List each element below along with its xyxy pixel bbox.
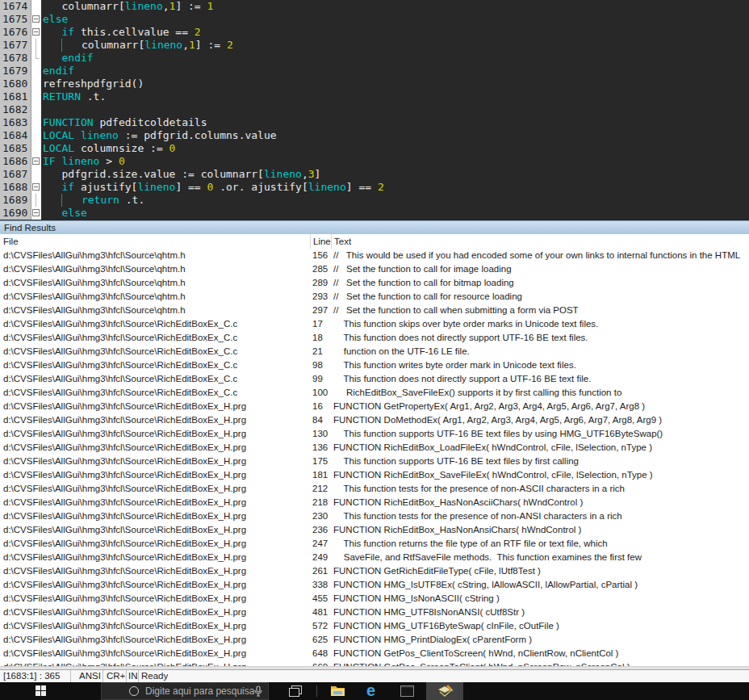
- result-line-number: 230: [310, 509, 331, 523]
- find-result-row[interactable]: d:\CVSFiles\AllGui\hmg3\hfcl\Source\Rich…: [0, 660, 749, 666]
- find-result-row[interactable]: d:\CVSFiles\AllGui\hmg3\hfcl\Source\Rich…: [0, 441, 749, 455]
- code-text: LOCAL columnsize := 0: [41, 142, 175, 155]
- result-file-path: d:\CVSFiles\AllGui\hmg3\hfcl\Source\qhtm…: [0, 249, 310, 262]
- result-file-path: d:\CVSFiles\AllGui\hmg3\hfcl\Source\Rich…: [0, 331, 310, 345]
- find-result-row[interactable]: d:\CVSFiles\AllGui\hmg3\hfcl\Source\Rich…: [0, 509, 749, 523]
- result-text: This function does not directly support …: [331, 331, 749, 345]
- find-result-row[interactable]: d:\CVSFiles\AllGui\hmg3\hfcl\Source\Rich…: [0, 455, 749, 468]
- find-result-row[interactable]: d:\CVSFiles\AllGui\hmg3\hfcl\Source\Rich…: [0, 592, 749, 606]
- find-result-row[interactable]: d:\CVSFiles\AllGui\hmg3\hfcl\Source\Rich…: [0, 551, 749, 564]
- find-result-row[interactable]: d:\CVSFiles\AllGui\hmg3\hfcl\Source\Rich…: [0, 358, 749, 372]
- editor-line[interactable]: 1688 if ajustify[lineno] == 0 .or. ajust…: [0, 181, 749, 194]
- editor-line[interactable]: 1674 columnarr[lineno,1] := 1: [0, 0, 749, 13]
- find-result-row[interactable]: d:\CVSFiles\AllGui\hmg3\hfcl\Source\Rich…: [0, 317, 749, 331]
- result-line-number: 625: [310, 633, 331, 647]
- microphone-icon[interactable]: [254, 685, 262, 697]
- find-result-row[interactable]: d:\CVSFiles\AllGui\hmg3\hfcl\Source\Rich…: [0, 564, 749, 578]
- fold-toggle-icon[interactable]: [32, 157, 40, 165]
- fold-toggle-icon[interactable]: [32, 209, 40, 216]
- find-result-row[interactable]: d:\CVSFiles\AllGui\hmg3\hfcl\Source\Rich…: [0, 331, 749, 345]
- code-text: return .t.: [41, 194, 144, 207]
- result-line-number: 261: [310, 564, 331, 578]
- find-result-row[interactable]: d:\CVSFiles\AllGui\hmg3\hfcl\Source\Rich…: [0, 606, 749, 619]
- find-result-row[interactable]: d:\CVSFiles\AllGui\hmg3\hfcl\Source\qhtm…: [0, 262, 749, 276]
- edge-browser-icon[interactable]: e: [366, 681, 375, 699]
- find-result-row[interactable]: d:\CVSFiles\AllGui\hmg3\hfcl\Source\Rich…: [0, 537, 749, 551]
- column-header-text[interactable]: Text: [331, 234, 749, 249]
- editor-line[interactable]: 1679endif: [0, 65, 749, 78]
- find-result-row[interactable]: d:\CVSFiles\AllGui\hmg3\hfcl\Source\qhtm…: [0, 276, 749, 290]
- result-text: FUNCTION HMG_IsNonASCII( cString ): [331, 592, 749, 606]
- editor-line[interactable]: 1677 columnarr[lineno,1] := 2: [0, 39, 749, 52]
- fold-toggle-icon[interactable]: [32, 28, 40, 36]
- editor-line[interactable]: 1675else: [0, 13, 749, 26]
- number-token: 1: [207, 0, 214, 12]
- editor-line[interactable]: 1683FUNCTION pdfeditcoldetails: [0, 116, 749, 129]
- plain-token: .t.: [81, 90, 106, 103]
- editor-app-taskbar-button[interactable]: [426, 682, 463, 700]
- fold-toggle-icon[interactable]: [32, 183, 40, 191]
- fold-margin: [31, 0, 41, 13]
- result-file-path: d:\CVSFiles\AllGui\hmg3\hfcl\Source\Rich…: [0, 660, 310, 666]
- editor-line[interactable]: 1684LOCAL lineno := pdfgrid.columns.valu…: [0, 129, 749, 142]
- plain-token: [62, 194, 81, 206]
- editor-line[interactable]: 1689 return .t.: [0, 194, 749, 207]
- start-button[interactable]: [36, 685, 47, 697]
- find-result-row[interactable]: d:\CVSFiles\AllGui\hmg3\hfcl\Source\Rich…: [0, 482, 749, 496]
- result-file-path: d:\CVSFiles\AllGui\hmg3\hfcl\Source\Rich…: [0, 496, 310, 509]
- result-file-path: d:\CVSFiles\AllGui\hmg3\hfcl\Source\Rich…: [0, 509, 310, 523]
- result-file-path: d:\CVSFiles\AllGui\hmg3\hfcl\Source\qhtm…: [0, 276, 310, 290]
- find-result-row[interactable]: d:\CVSFiles\AllGui\hmg3\hfcl\Source\qhtm…: [0, 290, 749, 304]
- plain-token: >: [99, 155, 118, 167]
- result-file-path: d:\CVSFiles\AllGui\hmg3\hfcl\Source\Rich…: [0, 537, 310, 551]
- editor-line[interactable]: 1681RETURN .t.: [0, 90, 749, 103]
- code-editor[interactable]: 1674 columnarr[lineno,1] := 11675else167…: [0, 0, 749, 220]
- editor-line[interactable]: 1678 endif: [0, 52, 749, 65]
- code-text: else: [41, 207, 87, 220]
- find-result-row[interactable]: d:\CVSFiles\AllGui\hmg3\hfcl\Source\Rich…: [0, 372, 749, 386]
- find-result-row[interactable]: d:\CVSFiles\AllGui\hmg3\hfcl\Source\Rich…: [0, 578, 749, 592]
- column-header-file[interactable]: File: [0, 234, 310, 249]
- plain-token: [43, 39, 61, 51]
- find-result-row[interactable]: d:\CVSFiles\AllGui\hmg3\hfcl\Source\Rich…: [0, 427, 749, 441]
- editor-line[interactable]: 1690 else: [0, 207, 749, 220]
- task-view-icon[interactable]: [289, 685, 302, 697]
- find-results-list[interactable]: d:\CVSFiles\AllGui\hmg3\hfcl\Source\qhtm…: [0, 249, 749, 666]
- find-result-row[interactable]: d:\CVSFiles\AllGui\hmg3\hfcl\Source\Rich…: [0, 468, 749, 482]
- keyword-token: return: [82, 194, 119, 206]
- editor-line[interactable]: 1682: [0, 103, 749, 116]
- editor-line[interactable]: 1687 pdfgrid.size.value := columnarr[lin…: [0, 168, 749, 181]
- find-result-row[interactable]: d:\CVSFiles\AllGui\hmg3\hfcl\Source\Rich…: [0, 400, 749, 413]
- result-file-path: d:\CVSFiles\AllGui\hmg3\hfcl\Source\Rich…: [0, 482, 310, 496]
- fold-toggle-icon[interactable]: [32, 15, 40, 23]
- result-line-number: 660: [310, 660, 331, 666]
- code-text: [41, 103, 43, 116]
- editor-line[interactable]: 1686IF lineno > 0: [0, 155, 749, 168]
- find-result-row[interactable]: d:\CVSFiles\AllGui\hmg3\hfcl\Source\Rich…: [0, 647, 749, 660]
- editor-line[interactable]: 1685LOCAL columnsize := 0: [0, 142, 749, 155]
- find-result-row[interactable]: d:\CVSFiles\AllGui\hmg3\hfcl\Source\Rich…: [0, 496, 749, 509]
- find-result-row[interactable]: d:\CVSFiles\AllGui\hmg3\hfcl\Source\Rich…: [0, 413, 749, 427]
- line-number: 1676: [0, 26, 31, 39]
- find-result-row[interactable]: d:\CVSFiles\AllGui\hmg3\hfcl\Source\Rich…: [0, 386, 749, 400]
- line-number: 1684: [0, 129, 31, 142]
- find-result-row[interactable]: d:\CVSFiles\AllGui\hmg3\hfcl\Source\Rich…: [0, 523, 749, 537]
- result-text: // This would be used if you had encoded…: [331, 249, 749, 262]
- code-text: else: [41, 13, 68, 26]
- find-result-row[interactable]: d:\CVSFiles\AllGui\hmg3\hfcl\Source\Rich…: [0, 633, 749, 647]
- taskbar-search-input[interactable]: Digite aqui para pesquisar: [101, 682, 269, 700]
- editor-line[interactable]: 1680refreshpdfgrid(): [0, 78, 749, 90]
- find-result-row[interactable]: d:\CVSFiles\AllGui\hmg3\hfcl\Source\qhtm…: [0, 304, 749, 317]
- file-explorer-icon[interactable]: [330, 685, 345, 697]
- result-file-path: d:\CVSFiles\AllGui\hmg3\hfcl\Source\Rich…: [0, 413, 310, 427]
- editor-line[interactable]: 1676 if this.cellvalue == 2: [0, 26, 749, 39]
- find-result-row[interactable]: d:\CVSFiles\AllGui\hmg3\hfcl\Source\qhtm…: [0, 249, 749, 262]
- console-window-icon[interactable]: [400, 685, 414, 697]
- find-result-row[interactable]: d:\CVSFiles\AllGui\hmg3\hfcl\Source\Rich…: [0, 345, 749, 358]
- search-icon: [129, 686, 139, 696]
- result-text: FUNCTION GetPropertyEx( Arg1, Arg2, Arg3…: [331, 400, 749, 413]
- find-result-row[interactable]: d:\CVSFiles\AllGui\hmg3\hfcl\Source\Rich…: [0, 619, 749, 633]
- column-header-line[interactable]: Line: [310, 234, 331, 249]
- plain-token: ,: [302, 168, 308, 180]
- code-text: refreshpdfgrid(): [41, 78, 144, 90]
